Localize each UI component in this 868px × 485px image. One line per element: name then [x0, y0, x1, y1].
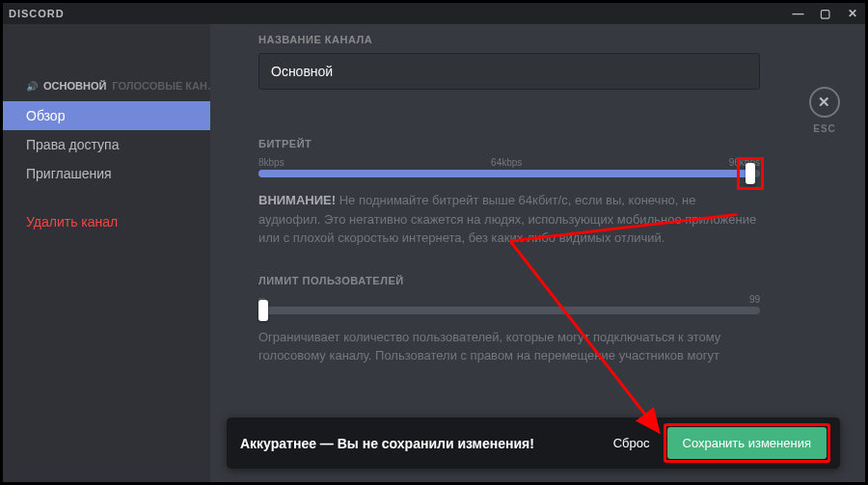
channel-type: ГОЛОСОВЫЕ КАН…: [112, 80, 210, 92]
sidebar-item-label: Приглашения: [26, 166, 112, 181]
slider-ticks: 8kbps 64kbps 96kbps: [258, 157, 760, 168]
close-icon: ✕: [818, 94, 831, 111]
window-controls: — ▢ ✕: [792, 7, 859, 20]
app-window: DISCORD — ▢ ✕ 🔊 ОСНОВНОЙ ГОЛОСОВЫЕ КАН… …: [0, 0, 868, 485]
channel-name-input[interactable]: [258, 53, 760, 90]
channel-breadcrumb: 🔊 ОСНОВНОЙ ГОЛОСОВЫЕ КАН…: [3, 80, 210, 101]
minimize-icon[interactable]: —: [792, 7, 805, 20]
slider-thumb[interactable]: [258, 300, 268, 321]
tick-mid: 64kbps: [491, 157, 522, 168]
user-limit-slider[interactable]: [258, 307, 760, 314]
tick-min: 8kbps: [258, 157, 285, 168]
user-limit-section: ЛИМИТ ПОЛЬЗОВАТЕЛЕЙ ∞ 99 Ограничивает ко…: [258, 275, 832, 365]
sidebar-item-label: Удалить канал: [26, 214, 118, 229]
channel-name: ОСНОВНОЙ: [43, 80, 106, 92]
sidebar-item-label: Обзор: [26, 108, 65, 123]
sidebar: 🔊 ОСНОВНОЙ ГОЛОСОВЫЕ КАН… Обзор Права до…: [3, 24, 210, 482]
section-label: ЛИМИТ ПОЛЬЗОВАТЕЛЕЙ: [258, 275, 832, 286]
unsaved-changes-bar: Аккуратнее — Вы не сохранили изменения! …: [227, 418, 840, 469]
bitrate-slider[interactable]: [258, 170, 760, 177]
save-button-label: Сохранить изменения: [683, 436, 812, 450]
tick-max: 99: [749, 294, 760, 305]
section-label: БИТРЕЙТ: [258, 138, 832, 149]
user-limit-help: Ограничивает количество пользователей, к…: [258, 328, 760, 365]
save-button[interactable]: Сохранить изменения: [667, 427, 827, 459]
sidebar-item-delete-channel[interactable]: Удалить канал: [3, 207, 210, 236]
speaker-icon: 🔊: [26, 81, 38, 92]
bitrate-warning: ВНИМАНИЕ! Не поднимайте битрейт выше 64к…: [258, 191, 760, 248]
close-settings[interactable]: ✕ ESC: [809, 87, 840, 134]
titlebar: DISCORD — ▢ ✕: [3, 3, 865, 24]
slider-thumb[interactable]: [746, 163, 755, 184]
reset-button[interactable]: Сброс: [613, 436, 650, 450]
sidebar-item-overview[interactable]: Обзор: [3, 101, 210, 130]
channel-name-section: НАЗВАНИЕ КАНАЛА: [258, 34, 832, 90]
content: ✕ ESC НАЗВАНИЕ КАНАЛА БИТРЕЙТ 8kbps 64kb…: [210, 24, 865, 482]
sidebar-item-label: Права доступа: [26, 137, 119, 152]
unsaved-message: Аккуратнее — Вы не сохранили изменения!: [240, 436, 596, 451]
close-window-icon[interactable]: ✕: [846, 7, 859, 20]
app-name: DISCORD: [9, 8, 65, 19]
maximize-icon[interactable]: ▢: [819, 7, 832, 20]
bitrate-section: БИТРЕЙТ 8kbps 64kbps 96kbps ВНИМАНИЕ! Не…: [258, 138, 832, 248]
sidebar-item-invites[interactable]: Приглашения: [3, 159, 210, 188]
esc-label: ESC: [813, 123, 836, 134]
section-label: НАЗВАНИЕ КАНАЛА: [258, 34, 832, 45]
sidebar-item-permissions[interactable]: Права доступа: [3, 130, 210, 159]
slider-ticks: ∞ 99: [258, 294, 760, 305]
